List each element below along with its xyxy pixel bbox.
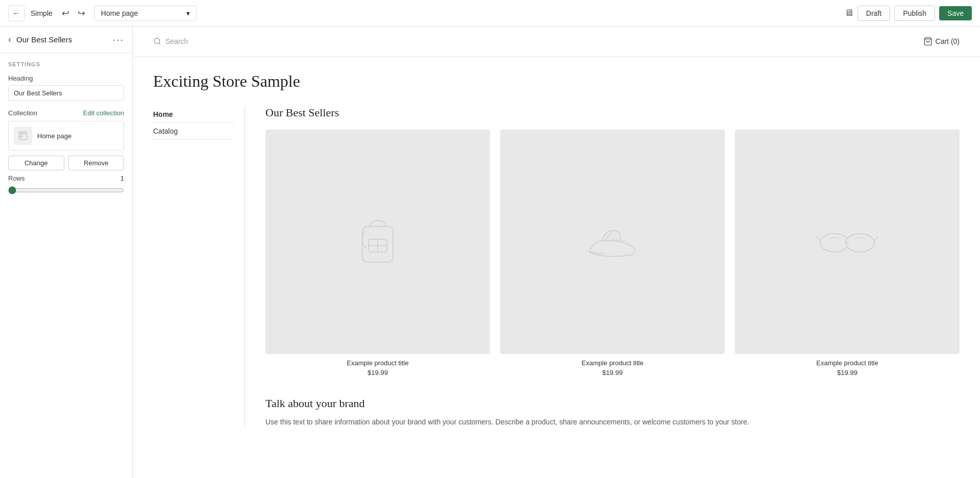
product-title-1: Example product title — [265, 359, 490, 367]
cart-area[interactable]: Cart (0) — [923, 37, 960, 46]
heading-label: Heading — [8, 74, 124, 82]
save-button[interactable]: Save — [939, 6, 972, 20]
store-title: Exciting Store Sample — [153, 72, 960, 91]
products-grid: Example product title $19.99 — [265, 130, 960, 376]
back-icon: ← — [12, 9, 20, 18]
top-bar: ← Simple ↩ ↪ Home page ▾ 🖥 Draft Publish… — [0, 0, 980, 27]
sidebar-header: ‹ Our Best Sellers ··· — [0, 27, 132, 53]
sidebar: ‹ Our Best Sellers ··· SETTINGS Heading … — [0, 27, 133, 478]
draft-button[interactable]: Draft — [857, 6, 890, 21]
change-collection-button[interactable]: Change — [8, 156, 64, 170]
collection-label: Collection — [8, 109, 37, 117]
product-card[interactable]: Example product title $19.99 — [500, 130, 725, 376]
chevron-down-icon: ▾ — [186, 9, 190, 17]
nav-item-catalog[interactable]: Catalog — [153, 123, 234, 140]
rows-label: Rows — [8, 174, 25, 182]
rows-slider[interactable] — [8, 186, 124, 194]
sidebar-title: Our Best Sellers — [16, 35, 72, 44]
collection-name: Home page — [37, 132, 71, 140]
collection-thumb — [14, 127, 32, 145]
collection-row: Collection Edit collection — [8, 109, 124, 117]
svg-line-3 — [159, 43, 160, 44]
search-placeholder: Search — [165, 37, 188, 45]
search-icon — [153, 37, 161, 45]
store-header: Search Cart (0) — [133, 27, 980, 57]
cart-label: Cart (0) — [936, 37, 960, 45]
brand-text: Use this text to share information about… — [265, 416, 960, 427]
sidebar-scroll: SETTINGS Heading Collection Edit collect… — [0, 53, 132, 478]
desktop-icon[interactable]: 🖥 — [844, 8, 853, 18]
product-price-1: $19.99 — [265, 369, 490, 376]
main-layout: ‹ Our Best Sellers ··· SETTINGS Heading … — [0, 27, 980, 478]
svg-point-1 — [20, 136, 22, 137]
heading-input[interactable] — [8, 85, 124, 101]
nav-item-home[interactable]: Home — [153, 106, 234, 123]
svg-point-9 — [820, 234, 849, 252]
sidebar-back-button[interactable]: ‹ — [8, 34, 11, 45]
product-price-2: $19.99 — [500, 369, 725, 376]
remove-collection-button[interactable]: Remove — [68, 156, 125, 170]
collection-actions: Change Remove — [8, 156, 124, 170]
preview-area: Search Cart (0) Exciting Store Sample Ho… — [133, 27, 980, 478]
cart-icon — [923, 37, 933, 46]
product-title-2: Example product title — [500, 359, 725, 367]
store-body: Home Catalog Our Best Sellers — [153, 106, 960, 427]
brand-section: Talk about your brand Use this text to s… — [265, 397, 960, 427]
top-bar-left: ← Simple ↩ ↪ Home page ▾ — [8, 5, 487, 21]
page-selector[interactable]: Home page ▾ — [94, 6, 197, 21]
product-title-3: Example product title — [735, 359, 960, 367]
rows-value: 1 — [120, 174, 124, 182]
app-name: Simple — [31, 9, 53, 17]
store-content: Exciting Store Sample Home Catalog Our B… — [133, 57, 980, 443]
products-section: Our Best Sellers — [265, 106, 960, 427]
product-image-backpack — [265, 130, 490, 354]
store-nav: Home Catalog — [153, 106, 245, 427]
brand-heading: Talk about your brand — [265, 397, 960, 410]
product-card[interactable]: Example product title $19.99 — [265, 130, 490, 376]
product-image-glasses — [735, 130, 960, 354]
back-button[interactable]: ← — [8, 5, 24, 21]
slider-container — [8, 186, 124, 196]
redo-button[interactable]: ↪ — [75, 6, 88, 21]
rows-row: Rows 1 — [8, 174, 124, 182]
svg-point-2 — [154, 38, 160, 44]
search-bar[interactable]: Search — [153, 37, 188, 45]
svg-point-10 — [846, 234, 874, 252]
edit-collection-link[interactable]: Edit collection — [83, 109, 124, 117]
settings-label: SETTINGS — [8, 61, 124, 67]
collection-card: Home page — [8, 121, 124, 150]
section-heading: Our Best Sellers — [265, 106, 960, 119]
product-image-shoe — [500, 130, 725, 354]
publish-button[interactable]: Publish — [894, 6, 935, 21]
page-selector-value: Home page — [101, 9, 138, 17]
top-bar-right: 🖥 Draft Publish Save — [493, 6, 972, 21]
sidebar-more-button[interactable]: ··· — [112, 34, 124, 45]
undo-redo-group: ↩ ↪ — [59, 6, 88, 21]
product-price-3: $19.99 — [735, 369, 960, 376]
undo-button[interactable]: ↩ — [59, 6, 72, 21]
product-card[interactable]: Example product title $19.99 — [735, 130, 960, 376]
